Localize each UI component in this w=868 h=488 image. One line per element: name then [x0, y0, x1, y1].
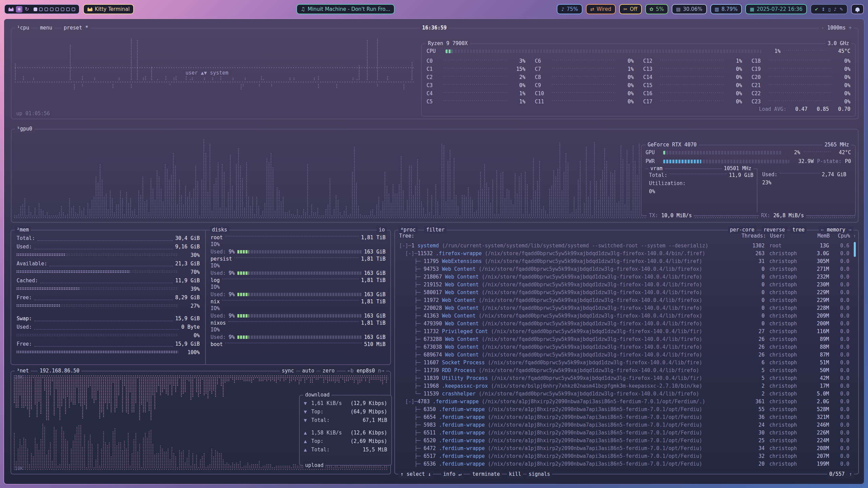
tree-branch[interactable]: ├─ — [399, 274, 423, 280]
process-row[interactable]: ├─ 6350.ferdium-wrappe(/nix/store/a1pj8h… — [396, 406, 857, 413]
tray-icon[interactable]: ▯ — [828, 7, 831, 12]
net-zero-tab[interactable]: zero — [320, 367, 337, 374]
status-chip[interactable]: ▥ 8.79% — [710, 4, 742, 14]
interval-decrease-button[interactable]: - — [821, 25, 824, 31]
tree-branch[interactable]: ├─ — [399, 258, 423, 264]
nix-icon[interactable]: ❄ — [16, 6, 22, 13]
sort-prev-button[interactable]: ← — [821, 227, 824, 233]
header-threads[interactable]: Threads: — [742, 233, 765, 239]
tree-branch[interactable]: ├─ — [399, 360, 423, 366]
disk-entry[interactable]: root1,81 TiB IO% Used:9%163 GiB — [211, 234, 386, 255]
workspace-dot[interactable] — [39, 7, 43, 11]
tree-branch[interactable]: ├─ — [399, 328, 423, 334]
process-row[interactable]: ├─ 41363Web Content(/nix/store/fqadd0bpr… — [396, 312, 857, 320]
disk-entry[interactable]: boot510 MiB — [211, 341, 386, 348]
process-row[interactable]: ├─ 479390Web Content(/nix/store/fqadd0bp… — [396, 320, 857, 328]
process-row[interactable]: ├─ 5983.ferdium-wrappe(/nix/store/a1pj8h… — [396, 421, 857, 429]
tray-icon[interactable]: ✎ — [840, 7, 843, 12]
process-row[interactable]: ├─ 11732Privileged Cont(/nix/store/fqadd… — [396, 328, 857, 336]
disk-entry[interactable]: nix1,81 TiB IO% Used:9%163 GiB — [211, 298, 386, 319]
workspace-dot[interactable] — [50, 7, 54, 11]
status-chip[interactable]: ✂ Off — [619, 4, 642, 14]
process-row[interactable]: ├─ 689674Web Content(/nix/store/fqadd0bp… — [396, 351, 857, 359]
window-title-chip[interactable]: Kitty Terminal — [83, 4, 134, 14]
per-core-tab[interactable]: per-core — [728, 226, 756, 233]
process-row[interactable]: ├─ 673288Web Content(/nix/store/fqadd0bp… — [396, 336, 857, 343]
info-control[interactable]: info ↵ — [441, 470, 463, 478]
workspace-dot[interactable] — [44, 7, 48, 11]
process-row[interactable]: ├─ 11839Utility Process(/nix/store/fqadd… — [396, 374, 857, 382]
disks-io-toggle[interactable]: io — [377, 226, 387, 233]
tree-branch[interactable]: ├─ — [399, 367, 423, 373]
workspace-dot[interactable] — [72, 7, 75, 11]
interval-increase-button[interactable]: + — [849, 25, 852, 31]
process-row[interactable]: ├─ 219152Web Content(/nix/store/fqadd0bp… — [396, 281, 857, 289]
process-row[interactable]: ├─ 6517.ferdium-wrappe(/nix/store/a1pj8h… — [396, 452, 857, 460]
process-row[interactable]: ├─ 218067Web Content(/nix/store/fqadd0bp… — [396, 273, 857, 281]
disk-entry[interactable]: nixos1,81 TiB IO% Used:9%163 GiB — [211, 319, 386, 341]
process-row[interactable]: [-]─11532.firefox-wrappe(/nix/store/fqad… — [396, 250, 857, 258]
scroll-up-indicator[interactable]: ↑ — [850, 233, 856, 239]
tree-branch[interactable]: ├─ — [399, 375, 423, 381]
system-tray[interactable]: ✔ ↕ ▯ ♪ ✎ — [810, 4, 848, 14]
process-row[interactable]: ├─ 673038Web Content(/nix/store/fqadd0bp… — [396, 343, 857, 351]
workspace-dot[interactable] — [34, 7, 37, 11]
header-user[interactable]: User: — [765, 233, 803, 239]
iface-next-button[interactable]: n→ — [378, 368, 384, 374]
tree-branch[interactable]: ├─ — [399, 289, 423, 296]
tray-icon[interactable]: ✔ — [815, 7, 818, 12]
notification-chip[interactable] — [851, 4, 864, 14]
tree-branch[interactable]: └─ — [399, 391, 423, 397]
tree-branch[interactable]: ├─ — [399, 313, 423, 319]
process-row[interactable]: ├─ 11607Socket Process(/nix/store/fqadd0… — [396, 359, 857, 367]
filter-button[interactable]: filter — [424, 226, 447, 233]
cat-icon[interactable] — [8, 7, 14, 11]
process-row[interactable]: [-]─4783.ferdium-wrappe(/nix/store/a1pj8… — [396, 398, 857, 406]
terminate-control[interactable]: terminate — [470, 470, 502, 478]
disk-entry[interactable]: log1,81 TiB IO% Used:9%163 GiB — [211, 277, 386, 298]
menu-button[interactable]: menu — [38, 24, 54, 32]
status-chip[interactable]: ⇄ Wired — [586, 4, 616, 14]
process-row[interactable]: ├─ 6472.ferdium-wrappe(/nix/store/a1pj8h… — [396, 445, 857, 452]
iface-prev-button[interactable]: ←b — [348, 368, 354, 374]
header-cpu[interactable]: Cpu% — [830, 233, 850, 239]
status-chip[interactable]: ▦ 2025-07-22 16:36 — [745, 4, 807, 14]
tree-branch[interactable]: ├─ — [399, 430, 423, 436]
net-auto-tab[interactable]: auto — [300, 367, 316, 374]
select-control[interactable]: ↑ select ↓ — [398, 470, 433, 478]
preset-button[interactable]: preset * — [62, 24, 90, 32]
tree-branch[interactable]: ├─ — [399, 406, 423, 412]
refresh-icon[interactable]: ↻ — [25, 6, 29, 12]
process-row[interactable]: └─ 11539crashhelper(/nix/store/fqadd0bpr… — [396, 390, 857, 398]
tree-branch[interactable]: ├─ — [399, 297, 423, 303]
disk-entry[interactable]: persist1,81 TiB IO% Used:9%163 GiB — [211, 255, 386, 277]
header-memory[interactable]: MemB — [803, 233, 830, 239]
status-chip[interactable]: ▤ 30.06% — [672, 4, 707, 14]
process-row[interactable]: ├─ 580017Web Content(/nix/store/fqadd0bp… — [396, 289, 857, 297]
tree-branch[interactable]: ├─ — [399, 321, 423, 327]
tree-branch[interactable]: ├─ — [399, 461, 423, 467]
tree-branch[interactable]: [-]─ — [399, 243, 411, 249]
process-row[interactable]: ├─ 11795WebExtensions(/nix/store/fqadd0b… — [396, 258, 857, 265]
tree-branch[interactable]: ├─ — [399, 352, 423, 358]
process-row[interactable]: ├─ 6520.ferdium-wrappe(/nix/store/a1pj8h… — [396, 437, 857, 445]
workspace-dot[interactable] — [66, 7, 70, 11]
status-chip[interactable]: ✿ 5% — [645, 4, 669, 14]
workspace-dot[interactable] — [61, 7, 64, 11]
tree-branch[interactable]: ├─ — [399, 305, 423, 311]
process-row[interactable]: ├─ 6511.ferdium-wrappe(/nix/store/a1pj8h… — [396, 429, 857, 437]
process-row[interactable]: ├─ 11968.keepassxc-prox(/nix/store/bslpj… — [396, 382, 857, 390]
tray-icon[interactable]: ↕ — [822, 7, 825, 12]
scrollbar-thumb[interactable] — [854, 242, 856, 257]
tree-branch[interactable]: ├─ — [399, 383, 423, 389]
kill-control[interactable]: kill — [507, 470, 523, 478]
process-row[interactable]: ├─ 220028Web Content(/nix/store/fqadd0bp… — [396, 304, 857, 312]
tree-branch[interactable]: ├─ — [399, 438, 423, 444]
process-row[interactable]: ├─ 11972Web Content(/nix/store/fqadd0bpr… — [396, 297, 857, 304]
scroll-hint[interactable]: ↑ — [847, 470, 854, 478]
process-row[interactable]: [-]─1systemd(/run/current-system/systemd… — [396, 242, 857, 250]
reverse-tab[interactable]: reverse — [762, 226, 787, 233]
tree-branch[interactable]: [-]─ — [399, 399, 417, 405]
net-sync-tab[interactable]: sync — [280, 367, 296, 374]
tree-branch[interactable]: ├─ — [399, 266, 423, 272]
